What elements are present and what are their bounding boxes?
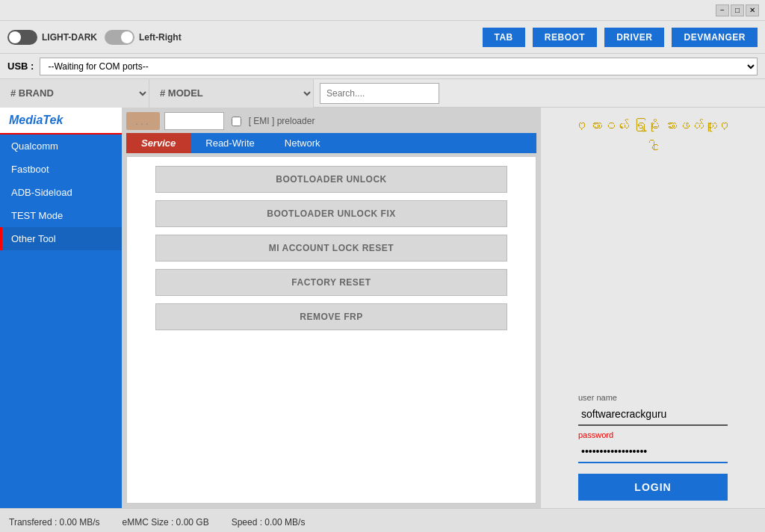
title-bar: − □ ✕ — [0, 0, 765, 21]
username-field-group: user name — [578, 393, 728, 426]
theme-toggle-group: LIGHT-DARK — [7, 30, 97, 45]
direction-toggle[interactable] — [105, 30, 134, 45]
panel-text-input[interactable] — [164, 112, 224, 130]
direction-toggle-group: Left-Right — [105, 30, 182, 45]
model-select[interactable]: # MODEL — [149, 79, 314, 108]
password-input[interactable] — [578, 441, 728, 463]
transfer-status: Transfered : 0.00 MB/s — [9, 517, 100, 528]
center-panel: ... [ EMI ] preloader Service Read-Write… — [122, 108, 541, 508]
username-label: user name — [578, 393, 728, 402]
speed-status: Speed : 0.00 MB/s — [232, 517, 306, 528]
driver-button[interactable]: DRIVER — [604, 28, 664, 47]
service-area: BOOTLOADER UNLOCK BOOTLOADER UNLOCK FIX … — [126, 156, 536, 504]
tab-network[interactable]: Network — [270, 133, 335, 153]
tab-read-write[interactable]: Read-Write — [191, 133, 270, 153]
tab-button[interactable]: TAB — [483, 28, 525, 47]
top-toolbar: LIGHT-DARK Left-Right TAB REBOOT DRIVER … — [0, 21, 765, 54]
bootloader-unlock-button[interactable]: BOOTLOADER UNLOCK — [155, 166, 507, 193]
panel-top: ... [ EMI ] preloader — [126, 112, 536, 130]
emmc-status: eMMC Size : 0.00 GB — [123, 517, 209, 528]
brand-select[interactable]: # BRAND — [0, 79, 149, 108]
factory-reset-button[interactable]: FACTORY RESET — [155, 269, 507, 296]
sidebar-item-fastboot[interactable]: Fastboot — [0, 158, 122, 181]
remove-frp-button[interactable]: REMOVE FRP — [155, 303, 507, 330]
sidebar-item-other-tool[interactable]: Other Tool — [0, 227, 122, 250]
password-label: password — [578, 430, 728, 439]
password-field-group: password — [578, 430, 728, 463]
username-input[interactable] — [578, 403, 728, 426]
burmese-decoration-text: ♡ ထားဝယ် ရွေမြိုး ဆားဖတ်တူး ♡ ငါ — [578, 115, 728, 158]
devmanger-button[interactable]: DEVMANGER — [672, 28, 758, 47]
sidebar-item-test-mode[interactable]: TEST Mode — [0, 204, 122, 227]
minimize-button[interactable]: − — [716, 4, 729, 16]
emi-label: [ EMI ] preloader — [249, 116, 315, 126]
tab-bar: Service Read-Write Network — [126, 133, 536, 153]
panel-dots: ... — [126, 112, 160, 130]
direction-label: Left-Right — [139, 32, 182, 43]
sidebar-item-adb-sideload[interactable]: ADB-Sideload — [0, 181, 122, 204]
usb-label: USB : — [7, 61, 34, 72]
status-bar: Transfered : 0.00 MB/s eMMC Size : 0.00 … — [0, 508, 765, 532]
theme-label: LIGHT-DARK — [42, 32, 97, 43]
login-section: user name password LOGIN — [548, 393, 758, 501]
main-content: MediaTek Qualcomm Fastboot ADB-Sideload … — [0, 108, 765, 508]
search-input[interactable] — [320, 83, 439, 104]
right-panel: ♡ ထားဝယ် ရွေမြိုး ဆားဖတ်တူး ♡ ငါ user na… — [541, 108, 765, 508]
emi-checkbox[interactable] — [232, 117, 241, 126]
sidebar-item-qualcomm[interactable]: Qualcomm — [0, 134, 122, 158]
bootloader-unlock-fix-button[interactable]: BOOTLOADER UNLOCK FIX — [155, 200, 507, 227]
mi-account-lock-reset-button[interactable]: MI ACCOUNT LOCK RESET — [155, 235, 507, 262]
tab-service[interactable]: Service — [126, 133, 191, 153]
sidebar-brand-mediatek[interactable]: MediaTek — [0, 108, 122, 134]
sidebar: MediaTek Qualcomm Fastboot ADB-Sideload … — [0, 108, 122, 508]
maximize-button[interactable]: □ — [731, 4, 744, 16]
brand-model-row: # BRAND # MODEL — [0, 79, 765, 108]
theme-toggle[interactable] — [7, 30, 37, 45]
usb-bar: USB : --Waiting for COM ports-- — [0, 54, 765, 79]
reboot-button[interactable]: REBOOT — [533, 28, 597, 47]
close-button[interactable]: ✕ — [746, 4, 759, 16]
usb-port-select[interactable]: --Waiting for COM ports-- — [40, 58, 758, 75]
login-button[interactable]: LOGIN — [578, 474, 728, 501]
